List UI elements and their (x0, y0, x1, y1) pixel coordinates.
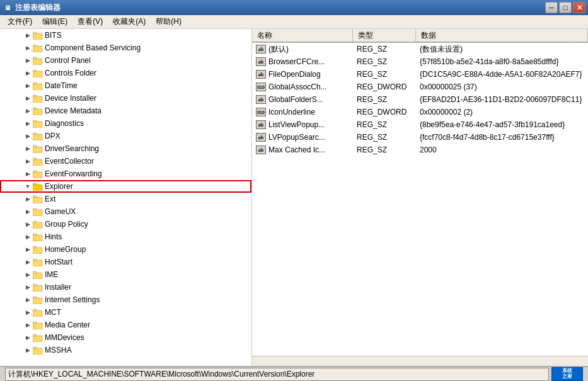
menu-view[interactable]: 查看(V) (72, 15, 108, 28)
value-name-cell: 010IconUnderline (252, 106, 353, 118)
tree-expander-icon[interactable]: ▶ (23, 207, 33, 217)
tree-item[interactable]: ▶ IME (0, 268, 251, 281)
tree-expander-icon[interactable]: ▶ (23, 169, 33, 179)
tree-expander-icon[interactable]: ▶ (23, 194, 33, 204)
svg-rect-33 (33, 234, 37, 236)
value-name-text: LVPopupSearc... (268, 133, 325, 142)
value-data-cell: {8be9f5ea-e746-4e47-ad57-3fb191ca1eed} (416, 118, 588, 131)
value-row[interactable]: abBrowserCFCre...REG_SZ{57f8510b-a5e2-41… (252, 55, 588, 68)
value-name-text: FileOpenDialog (268, 70, 321, 79)
svg-rect-13 (33, 108, 37, 110)
close-button[interactable]: ✕ (573, 2, 585, 13)
tree-item[interactable]: ▶ HomeGroup (0, 243, 251, 256)
tree-expander-icon[interactable]: ▶ (23, 320, 33, 330)
value-row[interactable]: abMax Cached Ic...REG_SZ2000 (252, 144, 588, 156)
tree-expander-icon[interactable]: ▶ (23, 93, 33, 103)
value-name-cell: abListViewPopup... (252, 118, 353, 131)
value-row[interactable]: abGlobalFolderS...REG_SZ{EF8AD2D1-AE36-1… (252, 93, 588, 106)
value-row[interactable]: abListViewPopup...REG_SZ{8be9f5ea-e746-4… (252, 118, 588, 131)
folder-icon (33, 94, 43, 103)
value-row[interactable]: 010IconUnderlineREG_DWORD0x00000002 (2) (252, 106, 588, 118)
tree-item-label: Controls Folder (45, 69, 96, 77)
value-row[interactable]: 010GlobalAssocCh...REG_DWORD0x00000025 (… (252, 81, 588, 93)
tree-item[interactable]: ▶ Controls Folder (0, 67, 251, 79)
tree-item[interactable]: ▶ Diagnostics (0, 117, 251, 130)
tree-item[interactable]: ▶ DriverSearching (0, 142, 251, 155)
tree-item[interactable]: ▶ Group Policy (0, 218, 251, 230)
folder-icon (33, 258, 43, 266)
tree-item[interactable]: ▶ Device Installer (0, 92, 251, 105)
value-row[interactable]: abLVPopupSearc...REG_SZ{fccf70c8-f4d7-4d… (252, 131, 588, 144)
tree-expander-icon[interactable]: ▶ (23, 244, 33, 254)
values-list[interactable]: ab(默认)REG_SZ(数值未设置)abBrowserCFCre...REG_… (252, 43, 588, 356)
tree-expander-icon[interactable]: ▶ (23, 81, 33, 91)
tree-item[interactable]: ▶ BITS (0, 29, 251, 42)
tree-expander-icon[interactable]: ▶ (23, 118, 33, 128)
tree-expander-icon[interactable]: ▶ (23, 30, 33, 40)
tree-item[interactable]: ▶ DPX (0, 130, 251, 142)
tree-item[interactable]: ▶ MSSHA (0, 344, 251, 356)
col-header-type: 类型 (353, 29, 416, 42)
tree-expander-icon[interactable]: ▶ (23, 282, 33, 292)
tree-expander-icon[interactable]: ▶ (23, 68, 33, 78)
ab-icon: ab (256, 45, 266, 54)
tree-expander-icon[interactable]: ▶ (23, 106, 33, 116)
tree-expander-icon[interactable]: ▶ (23, 144, 33, 154)
value-row[interactable]: abFileOpenDialogREG_SZ{DC1C5A9C-E88A-4dd… (252, 68, 588, 81)
tree-expander-icon[interactable]: ▶ (23, 131, 33, 141)
tree-expander-icon[interactable]: ▶ (23, 307, 33, 317)
svg-rect-22 (33, 172, 42, 178)
folder-icon (33, 295, 43, 304)
tree-expander-icon[interactable]: ▶ (23, 345, 33, 355)
menu-favorites[interactable]: 收藏夹(A) (108, 15, 151, 28)
svg-rect-8 (33, 84, 42, 90)
svg-rect-15 (33, 120, 37, 122)
tree-item[interactable]: ▶ Installer (0, 281, 251, 293)
tree-item[interactable]: ▶ Internet Settings (0, 293, 251, 306)
tree-expander-icon[interactable]: ▶ (23, 257, 33, 267)
status-bar: 计算机\HKEY_LOCAL_MACHINE\SOFTWARE\Microsof… (0, 366, 588, 381)
tree-item[interactable]: ▶ HotStart (0, 256, 251, 268)
menu-edit[interactable]: 编辑(E) (37, 15, 72, 28)
tree-item[interactable]: ▶ DateTime (0, 79, 251, 92)
value-name-text: BrowserCFCre... (268, 57, 325, 66)
tree-item-label: GameUX (45, 207, 76, 216)
main-container: ▶ BITS▶ Component Based Servicing▶ Contr… (0, 29, 588, 366)
tree-item[interactable]: ▶ Media Center (0, 319, 251, 331)
svg-rect-12 (33, 109, 42, 115)
tree-expander-icon[interactable]: ▼ (23, 181, 33, 191)
tree-expander-icon[interactable]: ▶ (23, 232, 33, 242)
tree-item[interactable]: ▶ Ext (0, 193, 251, 205)
tree-expander-icon[interactable]: ▶ (23, 55, 33, 65)
tree-item[interactable]: ▼ Explorer (0, 180, 251, 193)
svg-rect-3 (33, 45, 37, 47)
tree-item[interactable]: ▶ Component Based Servicing (0, 42, 251, 54)
menu-file[interactable]: 文件(F) (3, 15, 37, 28)
tree-expander-icon[interactable]: ▶ (23, 156, 33, 166)
tree-item-label: DateTime (45, 81, 78, 90)
tree-item[interactable]: ▶ MCT (0, 306, 251, 319)
values-header: 名称 类型 数据 (252, 29, 588, 43)
tree-item[interactable]: ▶ Hints (0, 230, 251, 243)
tree-scroll[interactable]: ▶ BITS▶ Component Based Servicing▶ Contr… (0, 29, 251, 366)
tree-expander-icon[interactable]: ▶ (23, 43, 33, 53)
folder-icon (33, 283, 43, 292)
minimize-button[interactable]: ─ (545, 2, 558, 13)
tree-item[interactable]: ▶ Control Panel (0, 54, 251, 67)
tree-expander-icon[interactable]: ▶ (23, 270, 33, 280)
tree-item[interactable]: ▶ GameUX (0, 205, 251, 218)
bottom-scrollbar[interactable] (252, 356, 588, 366)
tree-item[interactable]: ▶ Device Metadata (0, 105, 251, 117)
tree-item[interactable]: ▶ EventForwarding (0, 168, 251, 180)
maximize-button[interactable]: □ (559, 2, 572, 13)
value-row[interactable]: ab(默认)REG_SZ(数值未设置) (252, 43, 588, 55)
tree-item[interactable]: ▶ EventCollector (0, 155, 251, 168)
tree-item-label: EventForwarding (45, 169, 102, 178)
value-name-text: ListViewPopup... (268, 120, 325, 129)
tree-item[interactable]: ▶ MMDevices (0, 331, 251, 344)
menu-help[interactable]: 帮助(H) (151, 15, 187, 28)
tree-expander-icon[interactable]: ▶ (23, 295, 33, 305)
folder-icon (33, 106, 43, 115)
tree-expander-icon[interactable]: ▶ (23, 219, 33, 229)
tree-expander-icon[interactable]: ▶ (23, 333, 33, 343)
